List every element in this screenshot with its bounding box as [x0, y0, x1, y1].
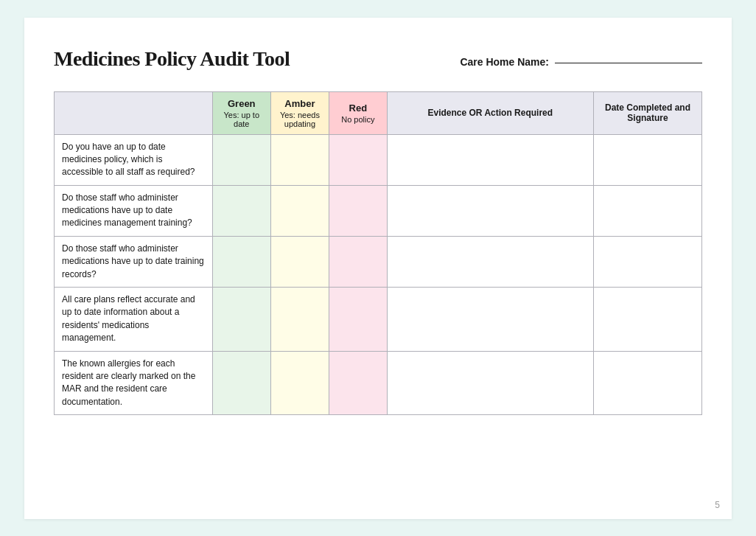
- table-header-row: Green Yes: up to date Amber Yes: needs u…: [55, 91, 702, 134]
- care-home-label-text: Care Home Name:: [460, 56, 549, 68]
- table-row: Do those staff who administer medication…: [55, 185, 702, 236]
- date-cell: [593, 351, 701, 415]
- col-header-green: Green Yes: up to date: [212, 91, 270, 134]
- amber-cell: [270, 134, 329, 185]
- green-cell: [212, 351, 270, 415]
- question-cell: All care plans reflect accurate and up t…: [55, 288, 213, 352]
- audit-table: Green Yes: up to date Amber Yes: needs u…: [54, 91, 702, 416]
- red-cell: [329, 288, 388, 352]
- red-cell: [329, 134, 388, 185]
- evidence-cell: [387, 134, 593, 185]
- question-cell: Do those staff who administer medication…: [55, 185, 213, 236]
- green-cell: [212, 134, 270, 185]
- care-home-line: [555, 63, 702, 63]
- question-cell: Do you have an up to date medicines poli…: [55, 134, 213, 185]
- evidence-cell: [387, 351, 593, 415]
- green-label: Green: [220, 98, 263, 109]
- question-cell: Do those staff who administer medication…: [55, 236, 213, 287]
- page-number: 5: [715, 500, 720, 510]
- amber-sublabel: Yes: needs updating: [279, 111, 321, 128]
- red-sublabel: No policy: [337, 115, 379, 124]
- page-title: Medicines Policy Audit Tool: [54, 47, 290, 71]
- page-header: Medicines Policy Audit Tool Care Home Na…: [54, 47, 702, 71]
- question-cell: The known allergies for each resident ar…: [55, 351, 213, 415]
- evidence-cell: [387, 236, 593, 287]
- table-row: The known allergies for each resident ar…: [55, 351, 702, 415]
- red-cell: [329, 351, 388, 415]
- amber-cell: [270, 288, 329, 352]
- table-row: Do those staff who administer medication…: [55, 236, 702, 287]
- date-cell: [593, 134, 701, 185]
- green-sublabel: Yes: up to date: [220, 111, 263, 128]
- table-row: All care plans reflect accurate and up t…: [55, 288, 702, 352]
- green-cell: [212, 236, 270, 287]
- evidence-cell: [387, 288, 593, 352]
- col-header-amber: Amber Yes: needs updating: [270, 91, 329, 134]
- red-cell: [329, 236, 388, 287]
- date-cell: [593, 185, 701, 236]
- amber-cell: [270, 185, 329, 236]
- col-header-date: Date Completed and Signature: [593, 91, 701, 134]
- date-cell: [593, 288, 701, 352]
- date-cell: [593, 236, 701, 287]
- care-home-field: Care Home Name:: [460, 56, 702, 68]
- page: Medicines Policy Audit Tool Care Home Na…: [24, 18, 732, 519]
- red-cell: [329, 185, 388, 236]
- amber-cell: [270, 351, 329, 415]
- green-cell: [212, 288, 270, 352]
- col-header-evidence: Evidence OR Action Required: [387, 91, 593, 134]
- red-label: Red: [337, 102, 379, 114]
- col-header-red: Red No policy: [329, 91, 388, 134]
- table-row: Do you have an up to date medicines poli…: [55, 134, 702, 185]
- amber-label: Amber: [279, 98, 321, 109]
- col-header-question: [55, 91, 213, 134]
- amber-cell: [270, 236, 329, 287]
- evidence-cell: [387, 185, 593, 236]
- green-cell: [212, 185, 270, 236]
